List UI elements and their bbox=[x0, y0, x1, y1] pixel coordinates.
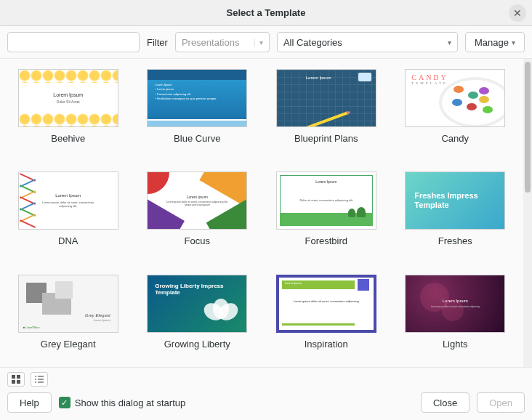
svg-rect-0 bbox=[12, 375, 15, 379]
template-label: Growing Liberty bbox=[164, 339, 230, 350]
template-thumbnail: Grey Elegant Lorem Ipsum ■ LibreOffice bbox=[18, 275, 118, 333]
thumb-subtitle: Dolor Sit Amet bbox=[57, 100, 80, 104]
template-label: Grey Elegant bbox=[41, 339, 96, 350]
svg-rect-2 bbox=[12, 380, 15, 384]
thumb-body: Lorem ipsum dolor sit amet, consectetur … bbox=[148, 201, 246, 206]
template-inspiration[interactable]: Lorem Ipsum Lorem ipsum dolor sit amet, … bbox=[273, 275, 380, 360]
filter-label: Filter bbox=[147, 37, 168, 48]
search-input[interactable] bbox=[7, 32, 140, 52]
startup-checkbox-label: Show this dialog at startup bbox=[75, 397, 185, 408]
thumb-title: Freshes Impress Template bbox=[406, 191, 504, 210]
template-forestbird[interactable]: Lorem Ipsum Dolor sit amet, consectetur … bbox=[273, 171, 380, 257]
template-thumbnail: Lorem Ipsum Lorem ipsum dolor sit amet, … bbox=[18, 171, 118, 230]
svg-rect-6 bbox=[35, 379, 36, 380]
svg-rect-7 bbox=[38, 379, 44, 380]
template-label: Inspiration bbox=[305, 339, 348, 350]
template-label: Freshes bbox=[438, 235, 472, 246]
template-label: Beehive bbox=[51, 133, 85, 144]
template-candy[interactable]: CANDY TEMPLATE Candy bbox=[402, 69, 509, 154]
toolbar: Filter Presentations ▾ All Categories ▾ … bbox=[0, 26, 532, 58]
manage-button[interactable]: Manage ▾ bbox=[465, 32, 525, 52]
thumb-title: Grey Elegant Lorem Ipsum bbox=[85, 313, 110, 322]
template-thumbnail: Lorem Ipsum Lorem ipsum dolor sit amet, … bbox=[147, 171, 247, 230]
template-dna[interactable]: Lorem Ipsum Lorem ipsum dolor sit amet, … bbox=[15, 171, 122, 257]
template-label: Blueprint Plans bbox=[294, 133, 358, 144]
chevron-down-icon: ▾ bbox=[512, 39, 515, 47]
template-thumbnail: Lorem Ipsum Lorem ipsum dolor sit amet, … bbox=[276, 275, 376, 333]
template-focus[interactable]: Lorem Ipsum Lorem ipsum dolor sit amet, … bbox=[144, 171, 251, 257]
template-thumbnail: Lorem Ipsum bbox=[276, 69, 376, 127]
template-label: Lights bbox=[443, 339, 468, 350]
svg-rect-1 bbox=[17, 375, 20, 379]
help-button[interactable]: Help bbox=[7, 392, 52, 413]
list-icon bbox=[35, 375, 44, 384]
thumb-body: Dolor sit amet, consectetur adipiscing e… bbox=[277, 198, 376, 202]
thumb-title: Lorem Ipsum bbox=[53, 92, 83, 97]
category-combo[interactable]: All Categories ▾ bbox=[277, 32, 458, 52]
vertical-scrollbar[interactable] bbox=[523, 59, 532, 367]
svg-rect-8 bbox=[35, 381, 36, 383]
template-thumbnail: Lorem Ipsum Dolor Sit Amet bbox=[18, 69, 118, 127]
template-label: DNA bbox=[58, 235, 78, 246]
titlebar: Select a Template ✕ bbox=[0, 0, 532, 26]
template-beehive[interactable]: Lorem Ipsum Dolor Sit Amet Beehive bbox=[15, 69, 122, 154]
thumb-title: Lorem Ipsum bbox=[277, 179, 376, 184]
template-lights[interactable]: Lorem Ipsum Lorem ipsum dolor sit amet c… bbox=[402, 275, 509, 360]
close-icon[interactable]: ✕ bbox=[509, 4, 526, 22]
chevron-down-icon: ▾ bbox=[254, 39, 263, 47]
grid-icon bbox=[12, 375, 20, 384]
template-thumbnail: Freshes Impress Template bbox=[405, 171, 505, 230]
template-label: Blue Curve bbox=[174, 133, 220, 144]
thumb-body: Lorem ipsum dolor sit amet consectetur a… bbox=[431, 305, 480, 308]
template-blueprint[interactable]: Lorem Ipsum Blueprint Plans bbox=[273, 69, 380, 154]
open-button-label: Open bbox=[489, 397, 512, 408]
template-freshes[interactable]: Freshes Impress Template Freshes bbox=[402, 171, 509, 257]
filter-combo[interactable]: Presentations ▾ bbox=[175, 32, 270, 52]
svg-rect-4 bbox=[35, 376, 36, 377]
template-thumbnail: Lorem Ipsum Lorem ipsum dolor sit amet c… bbox=[405, 275, 505, 333]
template-grid: Lorem Ipsum Dolor Sit Amet Beehive Lorem… bbox=[0, 59, 523, 367]
template-thumbnail: CANDY TEMPLATE bbox=[405, 69, 505, 127]
template-bluecurve[interactable]: Lorem Ipsum• Lorem ipsum• Consectetur ad… bbox=[144, 69, 251, 154]
svg-rect-3 bbox=[17, 380, 20, 384]
checkbox-checked-icon: ✓ bbox=[59, 397, 70, 408]
content-area: Lorem Ipsum Dolor Sit Amet Beehive Lorem… bbox=[0, 58, 532, 368]
close-button[interactable]: Close bbox=[421, 392, 469, 413]
template-growingliberty[interactable]: Growing Liberty Impress Template Growing… bbox=[144, 275, 251, 360]
window-title: Select a Template bbox=[227, 7, 306, 18]
close-button-label: Close bbox=[433, 397, 457, 408]
template-label: Forestbird bbox=[305, 235, 347, 246]
scrollbar-thumb[interactable] bbox=[525, 62, 531, 193]
thumb-body: Lorem ipsum dolor sit amet, consectetur … bbox=[276, 299, 376, 303]
template-greyelegant[interactable]: Grey Elegant Lorem Ipsum ■ LibreOffice G… bbox=[15, 275, 122, 360]
startup-checkbox[interactable]: ✓ Show this dialog at startup bbox=[59, 397, 185, 408]
svg-rect-5 bbox=[38, 376, 44, 377]
thumb-title: Lorem Ipsum• Lorem ipsum• Consectetur ad… bbox=[155, 83, 216, 102]
thumb-title: Lorem Ipsum bbox=[306, 76, 331, 80]
thumbnail-view-button[interactable] bbox=[7, 372, 25, 387]
thumb-title: Lorem Ipsum bbox=[187, 195, 208, 199]
template-label: Candy bbox=[441, 133, 469, 144]
dialog-footer: Help ✓ Show this dialog at startup Close… bbox=[0, 387, 532, 420]
open-button[interactable]: Open bbox=[477, 392, 525, 413]
manage-button-label: Manage bbox=[475, 37, 509, 48]
thumb-title: Lorem Ipsum bbox=[55, 193, 81, 198]
list-view-button[interactable] bbox=[31, 372, 48, 387]
template-thumbnail: Lorem Ipsum• Lorem ipsum• Consectetur ad… bbox=[147, 69, 247, 127]
filter-combo-value: Presentations bbox=[182, 37, 240, 48]
template-thumbnail: Growing Liberty Impress Template bbox=[147, 275, 247, 333]
category-combo-value: All Categories bbox=[283, 37, 342, 48]
template-label: Focus bbox=[185, 235, 210, 246]
chevron-down-icon: ▾ bbox=[448, 39, 451, 47]
thumb-title: Lorem Ipsum bbox=[443, 299, 468, 303]
svg-rect-9 bbox=[38, 381, 44, 383]
help-button-label: Help bbox=[20, 397, 39, 408]
view-toolbar bbox=[0, 368, 532, 387]
template-thumbnail: Lorem Ipsum Dolor sit amet, consectetur … bbox=[276, 171, 376, 230]
thumb-title: CANDY TEMPLATE bbox=[411, 74, 448, 85]
